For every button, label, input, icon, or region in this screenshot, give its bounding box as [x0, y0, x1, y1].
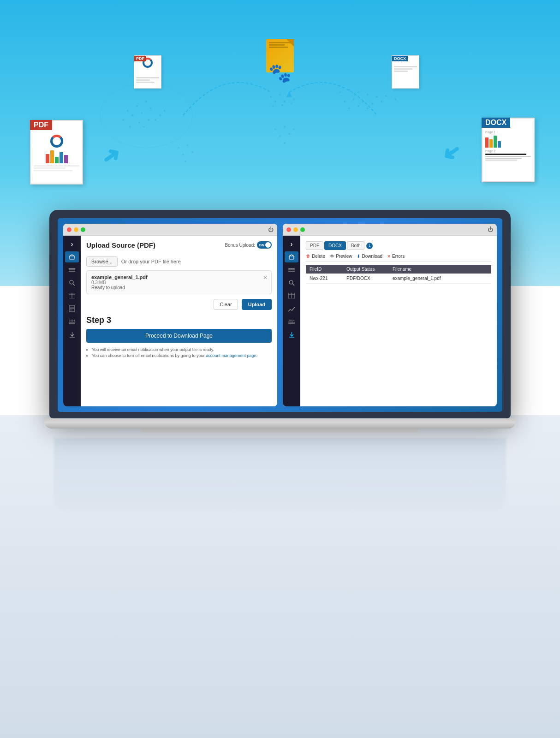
tl-green-left — [81, 227, 85, 232]
tab-both[interactable]: Both — [347, 241, 365, 250]
sidebar-icon-list[interactable] — [65, 264, 79, 275]
upload-header-row: Upload Source (PDF) Bonus Upload: ON — [86, 241, 272, 253]
step3-title: Step 3 — [86, 315, 272, 325]
right-sidebar-icon-download[interactable] — [285, 329, 298, 340]
sidebar-icon-search[interactable] — [65, 277, 79, 288]
svg-point-14 — [143, 126, 145, 128]
preview-label: Preview — [336, 254, 352, 259]
file-close-button[interactable]: ✕ — [263, 274, 268, 281]
file-status: Ready to upload — [91, 285, 267, 290]
svg-point-12 — [155, 119, 156, 121]
svg-point-39 — [274, 128, 276, 130]
svg-point-24 — [339, 91, 341, 93]
format-tabs: PDF DOCX Both 1 — [306, 241, 491, 250]
errors-button[interactable]: ✕ Errors — [387, 254, 405, 259]
action-row: Clear Upload — [86, 299, 272, 310]
svg-point-20 — [293, 98, 295, 100]
table-row[interactable]: Nwx-221 PDF/DOCX example_general_1.pdf — [306, 274, 491, 284]
right-sidebar-icon-list[interactable] — [285, 264, 298, 275]
bonus-label: Bonus Upload: — [225, 243, 255, 248]
left-main-content: Upload Source (PDF) Bonus Upload: ON Bro… — [81, 236, 277, 406]
right-sidebar-icon-table[interactable] — [285, 290, 298, 301]
svg-point-43 — [288, 133, 290, 135]
right-sidebar: › — [283, 236, 300, 406]
toggle-knob — [265, 242, 271, 248]
svg-point-21 — [272, 105, 274, 107]
info-badge: 1 — [366, 243, 373, 249]
toggle-on[interactable]: ON — [257, 241, 272, 249]
svg-point-2 — [136, 105, 138, 107]
svg-point-35 — [394, 98, 396, 100]
svg-rect-68 — [289, 256, 294, 259]
right-sidebar-icon-year[interactable]: 2014 — [285, 316, 298, 327]
laptop-screen-outer: ⏻ › — [49, 210, 511, 418]
right-main-content: PDF DOCX Both 1 🗑 Delete — [300, 236, 497, 406]
sidebar-icon-doc[interactable] — [65, 303, 79, 314]
tab-pdf[interactable]: PDF — [306, 241, 323, 250]
tl-red-right — [286, 227, 291, 232]
svg-point-34 — [381, 101, 382, 102]
upload-title: Upload Source (PDF) — [86, 241, 155, 249]
svg-point-0 — [100, 83, 192, 148]
svg-point-55 — [70, 280, 73, 284]
svg-point-17 — [288, 96, 290, 98]
svg-point-5 — [141, 112, 143, 114]
table-header: FileID Output Status Filename — [306, 265, 491, 274]
sidebar-chevron-left[interactable]: › — [69, 238, 75, 250]
svg-point-11 — [164, 110, 166, 112]
proceed-button[interactable]: Proceed to Download Page — [86, 329, 272, 343]
svg-point-13 — [129, 126, 131, 128]
download-button[interactable]: ⬇ Download — [357, 254, 382, 259]
svg-point-36 — [348, 107, 350, 109]
left-window-body: › — [63, 236, 277, 406]
svg-point-10 — [122, 119, 124, 121]
svg-point-72 — [289, 280, 293, 284]
account-link[interactable]: account management page. — [206, 353, 257, 358]
power-icon-left: ⏻ — [268, 226, 274, 233]
right-sidebar-icon-search[interactable] — [285, 277, 298, 288]
svg-point-4 — [131, 114, 133, 116]
right-sidebar-icon-home[interactable] — [285, 251, 298, 262]
col-filename: Filename — [393, 267, 488, 272]
laptop: ⏻ › — [49, 210, 511, 433]
sidebar-icon-home[interactable] — [65, 251, 79, 262]
svg-point-26 — [357, 91, 359, 93]
file-size: 0.3 MB — [91, 280, 267, 285]
cell-filename: example_general_1.pdf — [393, 276, 488, 281]
svg-point-41 — [293, 128, 295, 130]
sidebar-icon-table[interactable] — [65, 290, 79, 301]
svg-point-37 — [357, 105, 359, 107]
preview-button[interactable]: 👁 Preview — [330, 254, 352, 259]
svg-point-16 — [279, 94, 281, 95]
sidebar-chevron-right[interactable]: › — [289, 238, 295, 250]
svg-point-25 — [348, 89, 350, 91]
svg-point-3 — [145, 101, 147, 102]
sidebar-icon-download[interactable] — [65, 329, 79, 340]
svg-point-30 — [344, 101, 346, 102]
errors-label: Errors — [392, 254, 405, 259]
svg-point-48 — [191, 151, 193, 153]
delete-button[interactable]: 🗑 Delete — [306, 254, 325, 259]
svg-point-32 — [362, 101, 364, 102]
right-window-body: › — [283, 236, 497, 406]
svg-point-44 — [284, 142, 286, 144]
svg-point-23 — [291, 103, 292, 105]
svg-point-22 — [281, 104, 283, 106]
laptop-base — [45, 418, 515, 429]
clear-button[interactable]: Clear — [214, 299, 238, 310]
col-fileid: FileID — [310, 267, 346, 272]
download-icon: ⬇ — [357, 254, 360, 259]
svg-line-56 — [73, 284, 75, 286]
right-sidebar-icon-chart[interactable] — [285, 303, 298, 314]
svg-point-7 — [159, 114, 161, 116]
power-icon-right: ⏻ — [488, 226, 493, 233]
tab-docx[interactable]: DOCX — [324, 241, 346, 250]
sidebar-icon-year[interactable]: 2014 — [65, 316, 79, 327]
left-titlebar: ⏻ — [63, 224, 277, 236]
info-line-1: You will receive an email notification w… — [92, 347, 272, 352]
delete-icon: 🗑 — [306, 254, 310, 259]
svg-point-31 — [353, 98, 355, 100]
upload-button[interactable]: Upload — [242, 299, 272, 310]
laptop-reflection — [54, 438, 506, 512]
browse-button[interactable]: Browse... — [86, 256, 118, 267]
